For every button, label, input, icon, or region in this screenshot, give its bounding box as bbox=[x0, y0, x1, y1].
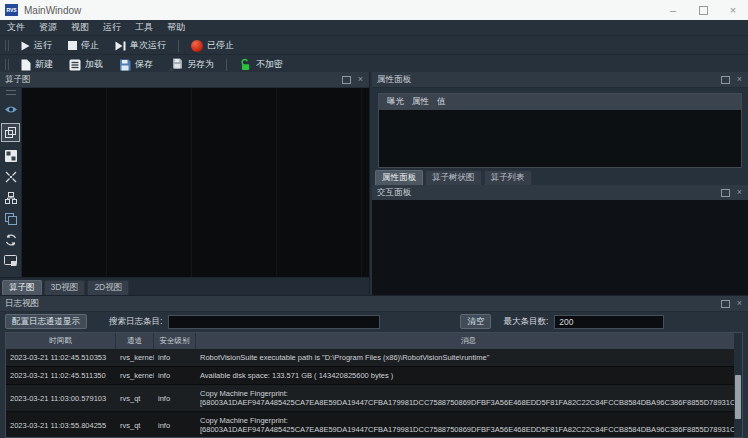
refresh-sync-icon[interactable] bbox=[2, 232, 19, 247]
log-row[interactable]: 2023-03-21 11:03:00.579103 rvs_qt info C… bbox=[6, 385, 742, 412]
float-panel-icon[interactable] bbox=[342, 76, 351, 84]
log-row[interactable]: 2023-03-21 11:02:45.511350 rvs_kernel in… bbox=[6, 367, 742, 385]
menu-tools[interactable]: 工具 bbox=[128, 21, 160, 34]
toolbar-separator bbox=[178, 40, 179, 52]
column-property[interactable]: 属性 bbox=[404, 96, 429, 108]
view-tabstrip: 算子图 3D视图 2D视图 bbox=[0, 277, 369, 295]
max-entries-label: 最大条目数: bbox=[503, 316, 548, 328]
search-log-input[interactable] bbox=[168, 315, 380, 329]
stopped-status-icon bbox=[191, 40, 203, 52]
property-panel-titlebar: 属性面板 × bbox=[372, 72, 748, 88]
log-row[interactable]: 2023-03-21 11:03:55.804255 rvs_qt info C… bbox=[6, 412, 742, 438]
new-file-icon bbox=[21, 59, 31, 71]
log-panel-titlebar: 日志视图 × bbox=[0, 296, 748, 312]
interaction-panel-body[interactable] bbox=[372, 200, 748, 295]
log-level: info bbox=[154, 371, 196, 380]
run-status: 已停止 bbox=[183, 36, 242, 55]
property-tabstrip: 属性面板 算子树状图 算子列表 bbox=[372, 169, 532, 185]
log-timestamp: 2023-03-21 11:03:00.579103 bbox=[6, 394, 116, 403]
tab-property-panel[interactable]: 属性面板 bbox=[375, 170, 423, 185]
toolbar-grip[interactable] bbox=[5, 40, 9, 51]
topology-layout-icon[interactable] bbox=[2, 190, 19, 205]
log-channel: rvs_qt bbox=[116, 421, 154, 430]
snapshot-view-icon[interactable] bbox=[2, 253, 19, 268]
log-controls: 配置日志通道显示 搜索日志条目: 清空 最大条目数: bbox=[0, 311, 748, 332]
column-timestamp[interactable]: 时间戳 bbox=[6, 333, 116, 349]
collapse-nodes-icon[interactable] bbox=[2, 169, 19, 184]
single-run-button[interactable]: 单次运行 bbox=[107, 36, 174, 55]
minimize-icon: – bbox=[670, 4, 676, 16]
log-scrollbar[interactable] bbox=[734, 333, 742, 437]
column-value[interactable]: 值 bbox=[429, 96, 446, 108]
column-channel[interactable]: 通道 bbox=[116, 333, 154, 349]
window-title: MainWindow bbox=[24, 5, 81, 16]
column-level[interactable]: 安全级别 bbox=[154, 333, 196, 349]
menu-run[interactable]: 运行 bbox=[96, 21, 128, 34]
log-level: info bbox=[154, 353, 196, 362]
float-panel-icon[interactable] bbox=[721, 76, 730, 84]
column-message[interactable]: 消息 bbox=[196, 333, 742, 349]
visibility-eye-icon[interactable] bbox=[2, 102, 19, 117]
stop-icon bbox=[68, 41, 77, 50]
tab-operator-list[interactable]: 算子列表 bbox=[484, 170, 532, 185]
toolstrip-grip[interactable] bbox=[6, 90, 16, 95]
close-panel-icon[interactable]: × bbox=[737, 75, 742, 84]
close-button[interactable]: × bbox=[718, 0, 748, 20]
node-graph-canvas[interactable] bbox=[22, 88, 369, 278]
toolbar-grip[interactable] bbox=[5, 59, 9, 70]
close-panel-icon[interactable]: × bbox=[737, 188, 742, 197]
menu-file[interactable]: 文件 bbox=[0, 21, 32, 34]
load-icon bbox=[69, 59, 81, 71]
log-message: Available disk space: 133.571 GB ( 14342… bbox=[196, 371, 742, 380]
maximize-button[interactable] bbox=[688, 0, 718, 20]
operator-panel-titlebar: 算子图 × bbox=[0, 72, 369, 88]
clear-log-button[interactable]: 清空 bbox=[460, 314, 491, 329]
fit-selection-icon[interactable] bbox=[1, 123, 20, 142]
stop-button[interactable]: 停止 bbox=[60, 36, 107, 55]
tab-operator-tree[interactable]: 算子树状图 bbox=[425, 170, 482, 185]
graph-tool-strip bbox=[0, 88, 22, 278]
configure-log-channels-button[interactable]: 配置日志通道显示 bbox=[5, 314, 87, 329]
float-panel-icon[interactable] bbox=[721, 189, 730, 197]
interaction-panel-titlebar: 交互面板 × bbox=[372, 185, 748, 201]
play-icon bbox=[21, 41, 30, 51]
search-log-label: 搜索日志条目: bbox=[109, 316, 162, 328]
run-button[interactable]: 运行 bbox=[13, 36, 60, 55]
close-panel-icon[interactable]: × bbox=[737, 299, 742, 308]
tab-2d-view[interactable]: 2D视图 bbox=[87, 280, 129, 295]
toolbar-separator bbox=[226, 59, 227, 71]
log-table: 时间戳 通道 安全级别 消息 2023-03-21 11:02:45.51035… bbox=[5, 332, 743, 438]
log-timestamp: 2023-03-21 11:02:45.511350 bbox=[6, 371, 116, 380]
menu-bar: 文件 资源 视图 运行 工具 帮助 bbox=[0, 20, 748, 35]
tab-3d-view[interactable]: 3D视图 bbox=[44, 280, 86, 295]
tab-operator-graph[interactable]: 算子图 bbox=[2, 280, 42, 295]
log-table-header: 时间戳 通道 安全级别 消息 bbox=[6, 333, 742, 349]
log-channel: rvs_kernel bbox=[116, 353, 154, 362]
close-panel-icon[interactable]: × bbox=[358, 75, 363, 84]
fit-all-nodes-icon[interactable] bbox=[2, 148, 19, 163]
file-toolbar: 新建 加载 保存 另存为 不加密 bbox=[0, 54, 748, 74]
layers-2d-icon[interactable] bbox=[2, 211, 19, 226]
interaction-panel-title: 交互面板 bbox=[377, 187, 411, 199]
float-panel-icon[interactable] bbox=[721, 300, 730, 308]
app-icon: RVS bbox=[5, 4, 18, 16]
unlock-icon bbox=[239, 58, 252, 71]
menu-view[interactable]: 视图 bbox=[64, 21, 96, 34]
interaction-panel: 交互面板 × bbox=[372, 185, 748, 295]
log-timestamp: 2023-03-21 11:03:55.804255 bbox=[6, 421, 116, 430]
maximize-icon bbox=[699, 6, 708, 15]
column-exposure[interactable]: 曝光 bbox=[379, 96, 404, 108]
log-scrollbar-thumb[interactable] bbox=[735, 375, 741, 419]
save-icon bbox=[119, 59, 131, 71]
status-label: 已停止 bbox=[207, 39, 234, 52]
max-entries-input[interactable] bbox=[554, 315, 664, 329]
minimize-button[interactable]: – bbox=[658, 0, 688, 20]
log-message: Copy Machine Fingerprint: [68003A1DAEF94… bbox=[196, 389, 742, 407]
menu-resource[interactable]: 资源 bbox=[32, 21, 64, 34]
menu-help[interactable]: 帮助 bbox=[160, 21, 192, 34]
log-row[interactable]: 2023-03-21 11:02:45.510353 rvs_kernel in… bbox=[6, 349, 742, 367]
log-level: info bbox=[154, 394, 196, 403]
save-as-icon bbox=[169, 58, 183, 71]
operator-panel-title: 算子图 bbox=[5, 74, 31, 86]
log-message: RobotVisionSuite executable path is "D:\… bbox=[196, 353, 742, 362]
